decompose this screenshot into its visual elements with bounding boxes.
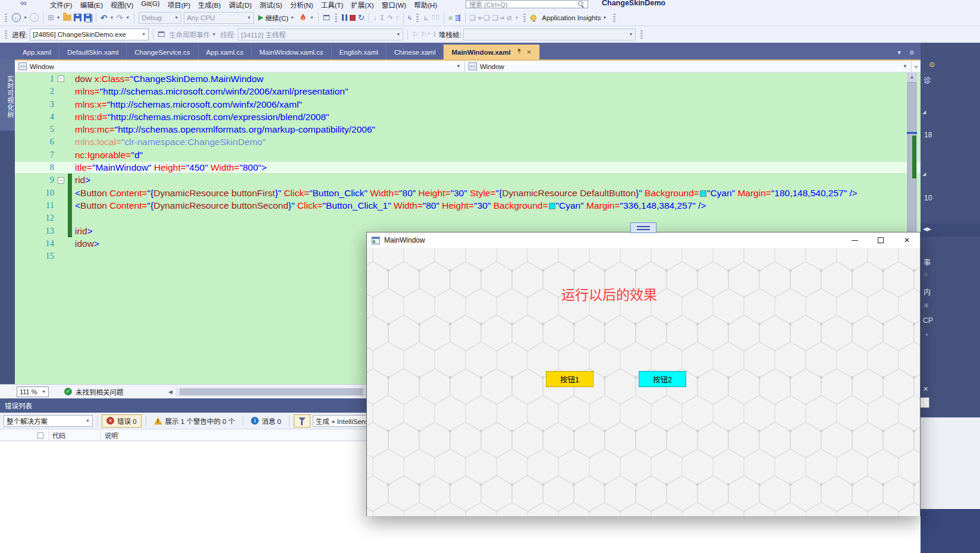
- menu-item-9[interactable]: 工具(T): [321, 0, 344, 10]
- step-out-icon[interactable]: ↷: [387, 14, 393, 22]
- new-project-dropdown[interactable]: ▼: [56, 15, 61, 20]
- clear-bookmarks-icon[interactable]: ⊘: [507, 14, 513, 22]
- open-file-icon[interactable]: [63, 14, 71, 21]
- platform-select[interactable]: Any CPU▼: [184, 12, 254, 24]
- stackframe-select[interactable]: ▼: [463, 29, 636, 40]
- app-minimize-button[interactable]: [841, 232, 868, 248]
- tab-options-gear-icon[interactable]: ⚙: [909, 49, 915, 56]
- prev-bookmark-icon[interactable]: ⇤❏: [478, 14, 490, 22]
- flag-icon[interactable]: ⚐: [412, 30, 418, 39]
- cpu-tab-fragment[interactable]: CP: [923, 316, 933, 325]
- code-line-6[interactable]: 6mlns:local="clr-namespace:ChangeSkinDem…: [15, 136, 921, 148]
- show-all-applications-icon[interactable]: 🗔: [323, 14, 330, 22]
- code-line-9[interactable]: 9−rid>: [15, 174, 921, 186]
- severity-column-header[interactable]: [0, 429, 49, 441]
- navigate-back-dropdown[interactable]: ▼: [23, 15, 27, 20]
- errors-filter-button[interactable]: ✕ 错误 0: [102, 414, 142, 428]
- tab-English.xaml[interactable]: English.xaml: [332, 45, 387, 59]
- element-path-left-dropdown-icon[interactable]: ▼: [456, 64, 461, 69]
- element-path-right-dropdown-icon[interactable]: ▼: [903, 64, 907, 69]
- undo-dropdown[interactable]: ▼: [110, 15, 114, 20]
- hot-reload-icon[interactable]: [299, 12, 307, 23]
- expander-icon[interactable]: ◢: [922, 171, 926, 177]
- undo-icon[interactable]: ↶: [100, 13, 108, 23]
- solution-config-select[interactable]: Debug▼: [139, 12, 181, 24]
- redo-icon[interactable]: ↷: [116, 13, 123, 23]
- navigate-back-icon[interactable]: ←: [12, 13, 21, 22]
- breakpoint-window-icon[interactable]: ⊾: [423, 14, 429, 22]
- nav-arrows-icon[interactable]: ◀▶: [923, 226, 931, 232]
- code-line-12[interactable]: 12: [15, 212, 921, 224]
- split-editor-button[interactable]: ÷: [911, 61, 921, 72]
- toolbar-grip[interactable]: [5, 14, 7, 22]
- next-bookmark-icon[interactable]: ❏⇥: [492, 14, 504, 22]
- lifecycle-events-icon[interactable]: 🗔: [158, 30, 165, 39]
- navigate-forward-icon[interactable]: →: [30, 13, 39, 22]
- menu-item-3[interactable]: Git(G): [141, 0, 159, 10]
- tab-DefaultSkin.xaml[interactable]: DefaultSkin.xaml: [59, 45, 127, 59]
- menu-item-8[interactable]: 分析(N): [290, 0, 313, 10]
- hot-reload-dropdown[interactable]: ▼: [310, 15, 314, 20]
- code-line-4[interactable]: 4mlns:d="http://schemas.microsoft.com/ex…: [15, 111, 921, 123]
- fold-collapse-icon[interactable]: −: [58, 76, 64, 82]
- warnings-filter-button[interactable]: 展示 1 个警告中的 0 个: [150, 414, 239, 428]
- menu-item-2[interactable]: 视图(V): [111, 0, 133, 10]
- restart-icon[interactable]: ↻: [358, 13, 365, 22]
- pin-icon[interactable]: [516, 48, 522, 56]
- menu-item-11[interactable]: 窗口(W): [382, 0, 407, 10]
- element-path-left[interactable]: <> Window ▼: [15, 61, 465, 72]
- stop-debugging-icon[interactable]: [350, 15, 356, 21]
- app-maximize-button[interactable]: [868, 232, 894, 248]
- filter-button[interactable]: [294, 414, 310, 428]
- step-into-icon[interactable]: ↓: [373, 14, 377, 21]
- continue-button[interactable]: 继续(C)▼: [256, 11, 296, 24]
- code-line-2[interactable]: 2mlns="http://schemas.microsoft.com/winf…: [15, 85, 921, 98]
- search-input[interactable]: 搜索 (Ctrl+Q): [466, 0, 588, 8]
- tab-list-dropdown-icon[interactable]: ▼: [896, 49, 902, 56]
- live-visual-tree-tab[interactable]: 实时可视化树: [0, 59, 15, 131]
- app-button-1[interactable]: 按钮1: [546, 371, 593, 387]
- app-window-mainwindow[interactable]: MainWindow ✕: [366, 232, 921, 516]
- step-over-icon[interactable]: ↧: [379, 14, 385, 22]
- save-all-icon[interactable]: [84, 14, 92, 21]
- immediate-window-icon[interactable]: ⌷⌷: [431, 14, 439, 21]
- menu-item-12[interactable]: 帮助(H): [414, 0, 437, 10]
- panel-gear-icon[interactable]: ⚙: [929, 61, 935, 69]
- scroll-up-icon[interactable]: ▲: [907, 73, 917, 81]
- code-column-header[interactable]: 代码: [49, 429, 101, 441]
- code-line-1[interactable]: 1−dow x:Class="ChangeSkinDemo.MainWindow: [15, 73, 921, 85]
- messages-filter-button[interactable]: i 消息 0: [247, 414, 285, 428]
- menu-item-10[interactable]: 扩展(X): [351, 0, 373, 10]
- menu-item-7[interactable]: 测试(S): [259, 0, 282, 10]
- code-line-10[interactable]: 10<Button Content="{DynamicResource butt…: [15, 187, 921, 199]
- show-stacks-icon[interactable]: ⇶: [455, 14, 461, 22]
- tab-Chinese.xaml[interactable]: Chinese.xaml: [387, 45, 444, 59]
- element-path-right[interactable]: <> Window ▼: [465, 61, 911, 72]
- application-insights-icon[interactable]: [530, 15, 536, 21]
- app-button-2[interactable]: 按钮2: [639, 371, 686, 387]
- code-line-8[interactable]: 8itle="MainWindow" Height="450" Width="8…: [15, 161, 921, 174]
- menu-item-6[interactable]: 调试(D): [228, 0, 252, 10]
- events-tab-fragment[interactable]: 事: [924, 257, 931, 267]
- thread-select[interactable]: [34112] 主线程▼: [238, 29, 403, 40]
- show-threads-icon[interactable]: ≡: [448, 14, 453, 21]
- expander-icon[interactable]: ◢: [922, 109, 926, 115]
- panel-close-icon[interactable]: ✕: [923, 385, 928, 393]
- menu-item-4[interactable]: 项目(P): [168, 0, 190, 10]
- code-line-5[interactable]: 5mlns:mc="http://schemas.openxmlformats.…: [15, 123, 921, 136]
- tab-ChangeService.cs[interactable]: ChangeService.cs: [127, 45, 198, 59]
- process-select[interactable]: [24856] ChangeSkinDemo.exe▼: [30, 29, 149, 40]
- redo-dropdown[interactable]: ▼: [125, 15, 130, 20]
- zoom-level-select[interactable]: 111 %▼: [17, 387, 49, 397]
- app-titlebar[interactable]: MainWindow ✕: [367, 232, 920, 248]
- save-icon[interactable]: [74, 14, 81, 21]
- code-line-7[interactable]: 7nc:Ignorable="d": [15, 149, 921, 161]
- lifecycle-events-button[interactable]: 生命周期事件▼: [167, 28, 218, 41]
- pause-icon[interactable]: [342, 14, 347, 21]
- app-close-button[interactable]: ✕: [894, 232, 920, 248]
- menu-item-0[interactable]: 文件(F): [50, 0, 73, 10]
- bookmark-icon[interactable]: ❏: [470, 14, 476, 22]
- menu-item-5[interactable]: 生成(B): [198, 0, 221, 10]
- tab-MainWindow.xaml[interactable]: MainWindow.xaml✕: [444, 45, 540, 59]
- horizontal-scrollbar-thumb[interactable]: [180, 388, 363, 395]
